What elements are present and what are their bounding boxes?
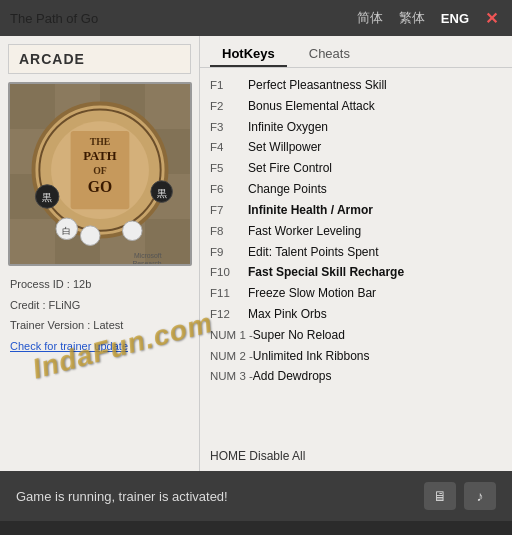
cheat-name: Fast Special Skill Recharge (248, 263, 404, 282)
lang-english[interactable]: ENG (437, 9, 473, 28)
lang-simplified[interactable]: 简体 (353, 7, 387, 29)
monitor-icon-glyph: 🖥 (433, 488, 447, 504)
cheat-key: NUM 1 - (210, 327, 253, 345)
tab-cheats[interactable]: Cheats (297, 42, 362, 67)
cheat-row: NUM 1 -Super No Reload (210, 326, 502, 345)
svg-rect-1 (10, 84, 55, 129)
cheat-name: Max Pink Orbs (248, 305, 327, 324)
credit: Credit : FLiNG (10, 297, 189, 314)
cheat-key: F12 (210, 306, 248, 324)
tabs-container: HotKeys Cheats (200, 36, 512, 68)
cheat-name: Set Willpower (248, 138, 321, 157)
cheat-row: F9Edit: Talent Points Spent (210, 243, 502, 262)
cheat-row: F2Bonus Elemental Attack (210, 97, 502, 116)
game-image: THE PATH OF GO 黒 白 黒 (8, 82, 192, 266)
cheat-row: F7Infinite Health / Armor (210, 201, 502, 220)
disable-all: HOME Disable All (200, 443, 512, 471)
cheat-name: Fast Worker Leveling (248, 222, 361, 241)
right-panel: HotKeys Cheats F1Perfect Pleasantness Sk… (200, 36, 512, 471)
lang-traditional[interactable]: 繁体 (395, 7, 429, 29)
title-bar: The Path of Go 简体 繁体 ENG ✕ (0, 0, 512, 36)
trainer-update-link[interactable]: Check for trainer update (10, 340, 128, 352)
status-text: Game is running, trainer is activated! (16, 489, 228, 504)
cheat-name: Super No Reload (253, 326, 345, 345)
arcade-label: ARCADE (8, 44, 191, 74)
svg-text:THE: THE (90, 136, 111, 147)
cheat-name: Infinite Oxygen (248, 118, 328, 137)
monitor-icon[interactable]: 🖥 (424, 482, 456, 510)
cheat-row: NUM 2 -Unlimited Ink Ribbons (210, 347, 502, 366)
title-bar-controls: 简体 繁体 ENG ✕ (353, 7, 502, 29)
svg-text:GO: GO (88, 178, 112, 195)
cheat-key: F2 (210, 98, 248, 116)
cheat-name: Freeze Slow Motion Bar (248, 284, 376, 303)
tab-hotkeys[interactable]: HotKeys (210, 42, 287, 67)
close-button[interactable]: ✕ (481, 9, 502, 28)
left-panel: ARCADE (0, 36, 200, 471)
cheat-row: F11Freeze Slow Motion Bar (210, 284, 502, 303)
trainer-version: Trainer Version : Latest (10, 317, 189, 334)
cheat-row: F10Fast Special Skill Recharge (210, 263, 502, 282)
cheat-name: Change Points (248, 180, 327, 199)
cheat-name: Add Dewdrops (253, 367, 332, 386)
music-icon-glyph: ♪ (477, 488, 484, 504)
svg-text:黒: 黒 (42, 192, 52, 203)
cheat-key: F6 (210, 181, 248, 199)
cheat-row: NUM 3 -Add Dewdrops (210, 367, 502, 386)
cheat-row: F4Set Willpower (210, 138, 502, 157)
cheat-row: F12Max Pink Orbs (210, 305, 502, 324)
cheat-key: F10 (210, 264, 248, 282)
cheat-row: F8Fast Worker Leveling (210, 222, 502, 241)
cheat-name: Unlimited Ink Ribbons (253, 347, 370, 366)
svg-text:PATH: PATH (83, 149, 117, 163)
cheat-name: Edit: Talent Points Spent (248, 243, 379, 262)
svg-text:Microsoft: Microsoft (134, 252, 162, 259)
cheat-row: F1Perfect Pleasantness Skill (210, 76, 502, 95)
music-icon[interactable]: ♪ (464, 482, 496, 510)
cheat-name: Infinite Health / Armor (248, 201, 373, 220)
svg-point-20 (80, 226, 100, 246)
info-section: Process ID : 12b Credit : FLiNG Trainer … (0, 266, 199, 471)
cheat-row: F6Change Points (210, 180, 502, 199)
cheat-row: F5Set Fire Control (210, 159, 502, 178)
svg-point-21 (123, 221, 143, 241)
svg-text:OF: OF (93, 165, 107, 176)
svg-text:黒: 黒 (157, 188, 167, 199)
cheat-key: F11 (210, 285, 248, 303)
cheat-key: F4 (210, 139, 248, 157)
cheat-name: Set Fire Control (248, 159, 332, 178)
main-content: ARCADE (0, 36, 512, 471)
cheat-row: F3Infinite Oxygen (210, 118, 502, 137)
process-id: Process ID : 12b (10, 276, 189, 293)
svg-text:白: 白 (62, 226, 71, 236)
cheat-key: NUM 2 - (210, 348, 253, 366)
cheat-key: F9 (210, 244, 248, 262)
trainer-update-link-container: Check for trainer update (10, 338, 189, 355)
cheat-key: F8 (210, 223, 248, 241)
cheats-list: F1Perfect Pleasantness SkillF2Bonus Elem… (200, 68, 512, 443)
bottom-icons: 🖥 ♪ (424, 482, 496, 510)
cheat-key: NUM 3 - (210, 368, 253, 386)
bottom-bar: Game is running, trainer is activated! 🖥… (0, 471, 512, 521)
cheat-key: F7 (210, 202, 248, 220)
cheat-name: Perfect Pleasantness Skill (248, 76, 387, 95)
cheat-key: F3 (210, 119, 248, 137)
svg-text:Research: Research (132, 260, 161, 264)
cheat-name: Bonus Elemental Attack (248, 97, 375, 116)
app-title: The Path of Go (10, 11, 98, 26)
cheat-key: F5 (210, 160, 248, 178)
cheat-key: F1 (210, 77, 248, 95)
